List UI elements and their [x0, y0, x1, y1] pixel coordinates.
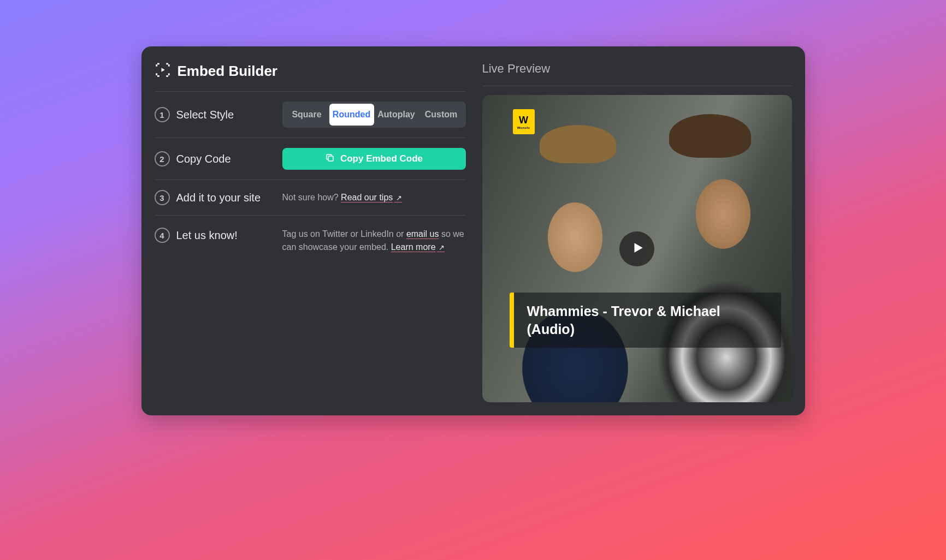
person-left-hair [540, 125, 616, 163]
step-number-badge: 2 [155, 151, 170, 166]
step-number-badge: 3 [155, 190, 170, 205]
embed-builder-panel: Embed Builder 1 Select Style Square Roun… [141, 46, 805, 415]
step-2-label: 2 Copy Code [155, 151, 274, 166]
play-button[interactable] [619, 231, 654, 266]
person-right-hair [669, 114, 751, 158]
copy-button-label: Copy Embed Code [340, 153, 423, 164]
step-1-row: 1 Select Style Square Rounded Autoplay C… [155, 92, 466, 138]
style-tab-autoplay[interactable]: Autoplay [374, 104, 419, 126]
read-tips-link[interactable]: Read our tips ↗ [341, 193, 402, 202]
step-4-content: Tag us on Twitter or LinkedIn or email u… [282, 228, 466, 254]
live-preview-column: Live Preview W Wonolo Whammies - Trevor … [482, 62, 792, 402]
step-3-label: 3 Add it to your site [155, 190, 274, 205]
step-title: Copy Code [176, 153, 231, 165]
builder-steps-column: Embed Builder 1 Select Style Square Roun… [155, 62, 466, 402]
live-preview-heading: Live Preview [482, 62, 792, 86]
video-title-overlay: Whammies - Trevor & Michael (Audio) [510, 293, 781, 348]
svg-rect-0 [328, 156, 333, 161]
style-tab-custom[interactable]: Custom [419, 104, 464, 126]
style-tab-square[interactable]: Square [285, 104, 329, 126]
step-title: Let us know! [176, 229, 238, 242]
play-icon [629, 241, 645, 257]
step-4-label: 4 Let us know! [155, 228, 274, 243]
learn-more-link[interactable]: Learn more ↗ [391, 242, 445, 252]
step-3-content: Not sure how? Read our tips ↗ [282, 191, 466, 204]
embed-builder-icon [155, 62, 171, 80]
copy-embed-code-button[interactable]: Copy Embed Code [282, 148, 466, 170]
external-link-icon: ↗ [437, 243, 445, 252]
email-us-link[interactable]: email us [406, 229, 439, 239]
step-title: Add it to your site [176, 192, 261, 204]
brand-letter: W [519, 115, 528, 126]
style-segmented-control: Square Rounded Autoplay Custom [282, 102, 466, 128]
style-tab-rounded[interactable]: Rounded [329, 104, 374, 126]
step-number-badge: 4 [155, 228, 170, 243]
step-2-row: 2 Copy Code Copy Embed Code [155, 138, 466, 180]
external-link-icon: ↗ [394, 194, 402, 202]
brand-badge: W Wonolo [513, 109, 535, 134]
video-preview: W Wonolo Whammies - Trevor & Michael (Au… [482, 95, 792, 402]
builder-header: Embed Builder [155, 62, 466, 92]
step-3-row: 3 Add it to your site Not sure how? Read… [155, 180, 466, 216]
person-right-illustration [645, 151, 792, 402]
step-title: Select Style [176, 109, 234, 121]
builder-title: Embed Builder [178, 63, 277, 80]
step-4-row: 4 Let us know! Tag us on Twitter or Link… [155, 216, 466, 264]
person-left-illustration [504, 173, 646, 402]
step-4-prefix: Tag us on Twitter or LinkedIn or [282, 229, 406, 239]
step-3-prefix: Not sure how? [282, 193, 341, 202]
brand-name: Wonolo [517, 126, 530, 129]
step-1-label: 1 Select Style [155, 107, 274, 122]
copy-icon [325, 153, 335, 165]
step-number-badge: 1 [155, 107, 170, 122]
